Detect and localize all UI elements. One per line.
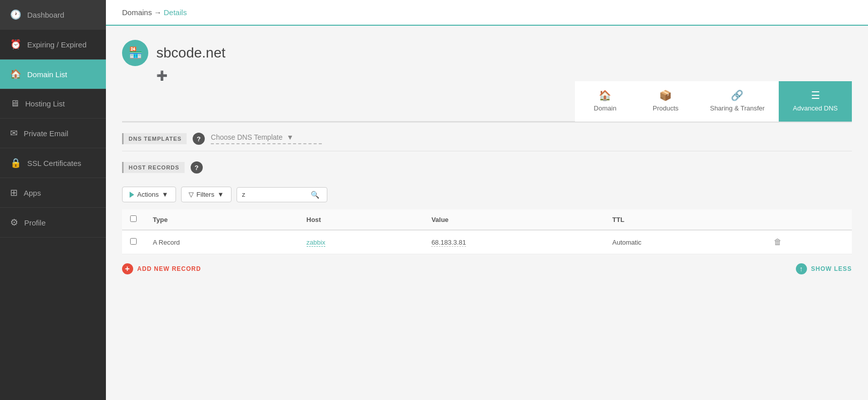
sidebar-item-label: Domain List [27,70,67,79]
tab-sharing-transfer[interactable]: 🔗 Sharing & Transfer [696,81,779,122]
sidebar-item-profile[interactable]: ⚙ Profile [0,208,106,238]
tabs-bar: 🏠 Domain 📦 Products 🔗 Sharing & Transfer… [122,81,852,122]
breadcrumb-base: Domains [122,8,152,17]
header-ttl: TTL [604,209,766,230]
sidebar-item-label: Profile [24,218,46,227]
dns-icon: ☰ [811,89,820,101]
header-actions [766,209,852,230]
tab-products-label: Products [653,104,678,112]
main-content: Domains → Details 🏪 sbcode.net ➕ 🏠 Domai… [106,0,868,400]
page-content: 🏪 sbcode.net ➕ 🏠 Domain 📦 Products 🔗 Sha… [106,26,868,400]
filter-icon: ▽ [189,191,194,198]
apps-icon: ⊞ [10,187,18,198]
chevron-down-icon: ▼ [286,133,294,141]
domain-header: 🏪 sbcode.net [122,40,852,66]
home-icon: 🏠 [599,89,611,101]
breadcrumb: Domains → Details [106,0,868,26]
ssl-certificates-icon: 🔒 [10,157,21,168]
sidebar-item-label: Hosting List [25,99,65,108]
add-plus-icon: + [122,263,133,274]
tab-domain-label: Domain [594,104,616,112]
tab-products[interactable]: 📦 Products [635,81,696,122]
sharing-icon: 🔗 [731,89,743,101]
domain-name: sbcode.net [156,45,225,61]
record-host: zabbix [299,230,424,254]
sidebar-item-domain-list[interactable]: 🏠 Domain List [0,60,106,89]
records-table: Type Host Value TTL A Record zabbix 68.1… [122,209,852,254]
actions-button[interactable]: Actions ▼ [122,187,176,202]
filters-label: Filters [197,191,214,198]
sidebar-item-private-email[interactable]: ✉ Private Email [0,119,106,148]
tab-advanced-dns-label: Advanced DNS [793,104,838,112]
sidebar: 🕐 Dashboard⏰ Expiring / Expired🏠 Domain … [0,0,106,400]
record-value: 68.183.3.81 [423,230,604,254]
dns-templates-section: DNS TEMPLATES ? Choose DNS Template ▼ [122,122,852,151]
select-all-checkbox[interactable] [130,215,137,222]
actions-label: Actions [137,191,159,198]
domain-icon: 🏪 [122,40,148,66]
host-records-section: HOST RECORDS ? [122,151,852,180]
row-checkbox[interactable] [130,238,137,245]
dashboard-icon: 🕐 [10,9,21,20]
header-host: Host [299,209,424,230]
records-toolbar: Actions ▼ ▽ Filters ▼ 🔍 [122,180,852,209]
tab-domain[interactable]: 🏠 Domain [575,81,635,122]
show-less-button[interactable]: ↑ SHOW LESS [796,254,852,283]
search-input[interactable] [242,191,308,198]
sidebar-item-hosting-list[interactable]: 🖥 Hosting List [0,89,106,119]
actions-chevron-icon: ▼ [162,191,168,198]
dns-templates-label: DNS TEMPLATES [122,133,187,144]
sidebar-item-dashboard[interactable]: 🕐 Dashboard [0,0,106,30]
show-less-label: SHOW LESS [811,265,852,272]
record-type: A Record [145,230,299,254]
search-box[interactable]: 🔍 [237,187,327,202]
play-icon [130,192,134,198]
add-new-record-label: ADD NEW RECORD [137,265,201,272]
private-email-icon: ✉ [10,128,18,139]
sidebar-item-label: Apps [24,189,41,197]
sidebar-item-ssl-certificates[interactable]: 🔒 SSL Certificates [0,148,106,178]
expiring-icon: ⏰ [10,39,21,50]
dns-template-select[interactable]: Choose DNS Template ▼ [211,133,322,144]
row-checkbox-cell [122,230,145,254]
search-icon[interactable]: 🔍 [311,191,319,199]
sidebar-item-label: Private Email [24,129,68,138]
record-ttl: Automatic [604,230,766,254]
add-new-record-button[interactable]: + ADD NEW RECORD [122,254,201,283]
sidebar-item-label: SSL Certificates [27,159,81,167]
record-delete-cell: 🗑 [766,230,852,254]
sidebar-item-expiring[interactable]: ⏰ Expiring / Expired [0,30,106,60]
show-less-icon: ↑ [796,263,807,274]
dns-template-placeholder: Choose DNS Template [211,133,282,141]
tab-advanced-dns[interactable]: ☰ Advanced DNS [779,81,852,122]
sidebar-item-label: Dashboard [27,11,64,19]
domain-list-icon: 🏠 [10,69,21,80]
filters-chevron-icon: ▼ [217,191,224,198]
header-checkbox-col [122,209,145,230]
sidebar-item-label: Expiring / Expired [27,40,87,49]
tab-sharing-label: Sharing & Transfer [710,104,765,112]
breadcrumb-separator: → [154,8,161,17]
products-icon: 📦 [659,89,672,101]
header-type: Type [145,209,299,230]
header-value: Value [423,209,604,230]
breadcrumb-current[interactable]: Details [164,8,187,17]
table-header-row: Type Host Value TTL [122,209,852,230]
dns-templates-help-icon[interactable]: ? [193,133,205,145]
value-text: 68.183.3.81 [431,239,466,247]
hosting-list-icon: 🖥 [10,98,19,109]
delete-button[interactable]: 🗑 [774,238,782,247]
bottom-row: + ADD NEW RECORD ↑ SHOW LESS [122,254,852,283]
filters-button[interactable]: ▽ Filters ▼ [181,187,232,202]
profile-icon: ⚙ [10,217,18,228]
host-records-label: HOST RECORDS [122,162,185,173]
host-records-help-icon[interactable]: ? [191,161,203,174]
host-link[interactable]: zabbix [307,239,326,247]
table-row: A Record zabbix 68.183.3.81 Automatic 🗑 [122,230,852,254]
domain-subicon[interactable]: ➕ [156,70,852,81]
sidebar-item-apps[interactable]: ⊞ Apps [0,178,106,208]
